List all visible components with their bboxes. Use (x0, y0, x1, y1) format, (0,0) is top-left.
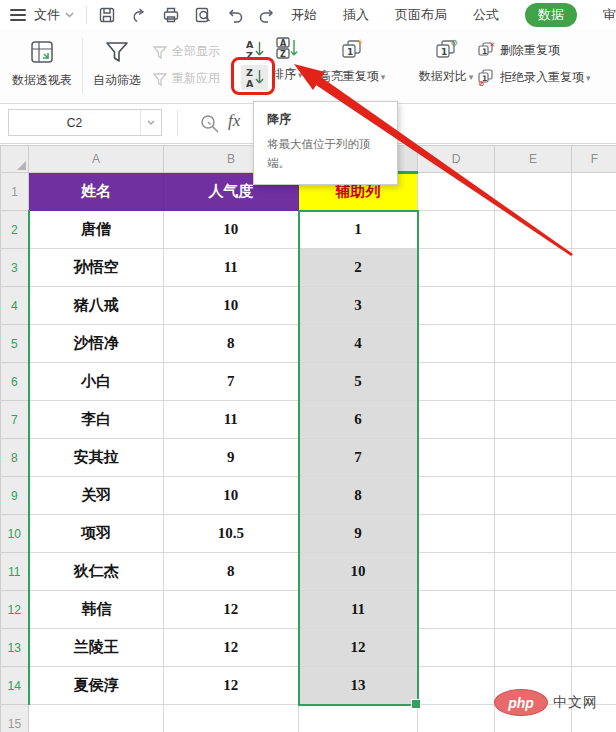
row-header-1[interactable]: 1 (1, 173, 29, 211)
export-icon[interactable] (129, 5, 149, 25)
cell-D2[interactable] (418, 211, 495, 249)
cell-A14[interactable]: 夏侯淳 (29, 667, 164, 705)
cell-A8[interactable]: 安其拉 (29, 439, 164, 477)
cell-B12[interactable]: 12 (164, 591, 299, 629)
cell-F13[interactable] (572, 629, 616, 667)
row-header-5[interactable]: 5 (1, 325, 29, 363)
cell-A9[interactable]: 关羽 (29, 477, 164, 515)
cell-B11[interactable]: 8 (164, 553, 299, 591)
hamburger-menu-icon[interactable] (10, 6, 26, 24)
cell-F8[interactable] (572, 439, 616, 477)
cell-C4[interactable]: 3 (299, 287, 418, 325)
row-header-12[interactable]: 12 (1, 591, 29, 629)
cell-C3[interactable]: 2 (299, 249, 418, 287)
cell-A7[interactable]: 李白 (29, 401, 164, 439)
cell-F6[interactable] (572, 363, 616, 401)
cell-C15[interactable] (299, 705, 418, 732)
cell-C14[interactable]: 13 (299, 667, 418, 705)
cell-F7[interactable] (572, 401, 616, 439)
row-header-14[interactable]: 14 (1, 667, 29, 705)
cell-A12[interactable]: 韩信 (29, 591, 164, 629)
reject-duplicates-button[interactable]: 1 ⊘ 拒绝录入重复项▾ (476, 67, 591, 87)
cell-E13[interactable] (495, 629, 572, 667)
cell-B6[interactable]: 7 (164, 363, 299, 401)
cell-E8[interactable] (495, 439, 572, 477)
column-header-F[interactable]: F (572, 146, 616, 173)
cell-B4[interactable]: 10 (164, 287, 299, 325)
column-header-A[interactable]: A (29, 146, 164, 173)
cell-D5[interactable] (418, 325, 495, 363)
cell-B14[interactable]: 12 (164, 667, 299, 705)
row-header-13[interactable]: 13 (1, 629, 29, 667)
row-header-7[interactable]: 7 (1, 401, 29, 439)
tab-home[interactable]: 开始 (291, 6, 317, 24)
cell-C10[interactable]: 9 (299, 515, 418, 553)
cell-D6[interactable] (418, 363, 495, 401)
cell-D15[interactable] (418, 705, 495, 732)
cell-C12[interactable]: 11 (299, 591, 418, 629)
cell-E9[interactable] (495, 477, 572, 515)
print-preview-icon[interactable] (193, 5, 213, 25)
cell-F3[interactable] (572, 249, 616, 287)
cell-D12[interactable] (418, 591, 495, 629)
cell-B7[interactable]: 11 (164, 401, 299, 439)
autofilter-button[interactable]: 自动筛选 (88, 37, 146, 89)
cell-B3[interactable]: 11 (164, 249, 299, 287)
undo-icon[interactable] (225, 5, 245, 25)
cell-F12[interactable] (572, 591, 616, 629)
row-header-8[interactable]: 8 (1, 439, 29, 477)
cell-F4[interactable] (572, 287, 616, 325)
tab-review[interactable]: 审阅 (603, 6, 616, 24)
cell-B5[interactable]: 8 (164, 325, 299, 363)
cell-D4[interactable] (418, 287, 495, 325)
cell-E3[interactable] (495, 249, 572, 287)
cell-D13[interactable] (418, 629, 495, 667)
cell-E11[interactable] (495, 553, 572, 591)
row-header-10[interactable]: 10 (1, 515, 29, 553)
cell-E4[interactable] (495, 287, 572, 325)
cell-F5[interactable] (572, 325, 616, 363)
magnifier-icon[interactable] (199, 113, 221, 135)
cell-C8[interactable]: 7 (299, 439, 418, 477)
cell-D10[interactable] (418, 515, 495, 553)
cell-E10[interactable] (495, 515, 572, 553)
row-header-11[interactable]: 11 (1, 553, 29, 591)
cell-C7[interactable]: 6 (299, 401, 418, 439)
cell-D14[interactable] (418, 667, 495, 705)
cell-E6[interactable] (495, 363, 572, 401)
cell-F2[interactable] (572, 211, 616, 249)
cell-A2[interactable]: 唐僧 (29, 211, 164, 249)
cell-A6[interactable]: 小白 (29, 363, 164, 401)
cell-E5[interactable] (495, 325, 572, 363)
file-menu[interactable]: 文件 (34, 6, 60, 24)
tab-data[interactable]: 数据 (525, 3, 577, 27)
remove-duplicates-button[interactable]: 1 ✕ 删除重复项 (476, 40, 560, 60)
row-header-4[interactable]: 4 (1, 287, 29, 325)
cell-A11[interactable]: 狄仁杰 (29, 553, 164, 591)
cell-B10[interactable]: 10.5 (164, 515, 299, 553)
cell-B9[interactable]: 10 (164, 477, 299, 515)
cell-D3[interactable] (418, 249, 495, 287)
cell-D1[interactable] (418, 173, 495, 211)
cell-C2[interactable]: 1 (299, 211, 418, 249)
cell-C11[interactable]: 10 (299, 553, 418, 591)
show-all-button[interactable]: 全部显示 (152, 43, 220, 60)
cell-D8[interactable] (418, 439, 495, 477)
cell-E1[interactable] (495, 173, 572, 211)
cell-A10[interactable]: 项羽 (29, 515, 164, 553)
save-icon[interactable] (97, 5, 117, 25)
row-header-15[interactable]: 15 (1, 705, 29, 732)
row-header-9[interactable]: 9 (1, 477, 29, 515)
cell-B13[interactable]: 12 (164, 629, 299, 667)
fx-insert-function[interactable]: fx (228, 111, 240, 131)
column-header-D[interactable]: D (418, 146, 495, 173)
cell-C5[interactable]: 4 (299, 325, 418, 363)
cell-C6[interactable]: 5 (299, 363, 418, 401)
tab-formulas[interactable]: 公式 (473, 6, 499, 24)
select-all-corner[interactable] (1, 146, 29, 173)
cell-B15[interactable] (164, 705, 299, 732)
cell-F1[interactable] (572, 173, 616, 211)
tab-page-layout[interactable]: 页面布局 (395, 6, 447, 24)
pivot-table-button[interactable]: 数据透视表 (6, 37, 78, 89)
cell-E12[interactable] (495, 591, 572, 629)
